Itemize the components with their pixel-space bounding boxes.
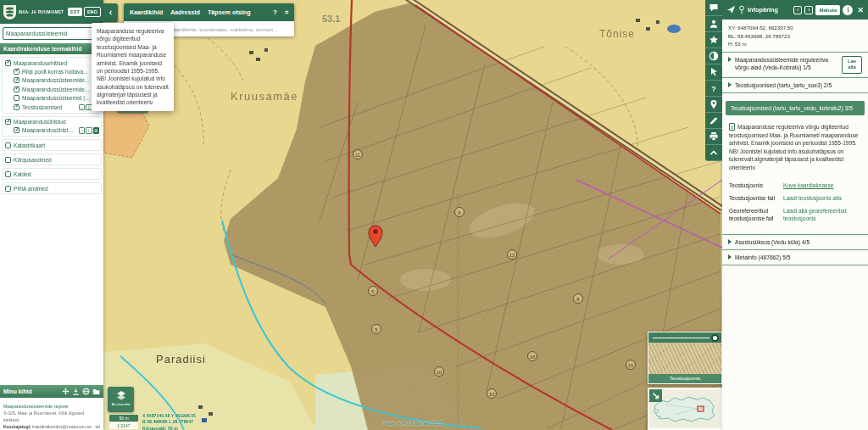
download-georef-link[interactable]: Laadi alla georefereeritud teostusjoonis — [783, 208, 861, 223]
globe-icon[interactable] — [82, 388, 90, 395]
help-icon[interactable]: ? — [273, 8, 277, 16]
svg-text:11: 11 — [355, 153, 361, 158]
next-result-button[interactable]: › — [804, 6, 813, 14]
prev-result-button[interactable]: ‹ — [793, 6, 802, 14]
slider-handle[interactable] — [711, 334, 719, 342]
app-root: 5 5 9 10 10 11 12 15 16 8 Kruusamäe Tõni… — [0, 0, 868, 430]
measure-button[interactable] — [705, 113, 722, 129]
move-icon[interactable] — [62, 388, 70, 395]
pencil-icon — [709, 115, 719, 126]
layer-row[interactable]: Maaparandusühistute teg... ~ i ⚙ — [3, 126, 101, 136]
info-panel-title: Infopäring — [748, 6, 791, 14]
result-section-5[interactable]: Metainfo (487662) 5/5 — [722, 249, 868, 265]
user-icon — [709, 19, 719, 29]
layer-row[interactable]: Maaparandussüsteemide... ~ — [3, 85, 101, 94]
basemap-button[interactable]: Aluskaardid — [108, 387, 134, 412]
checkbox-checked-icon[interactable] — [5, 119, 11, 125]
result-section-4[interactable]: Asustusüksus (Vedu küla) 4/5 — [722, 234, 868, 249]
overview-toggle-button[interactable] — [649, 389, 662, 402]
diagonal-arrow-icon — [651, 391, 660, 400]
fit-button[interactable]: Mahuta — [815, 5, 840, 15]
checkbox-checked-icon[interactable] — [14, 69, 19, 75]
svg-text:15: 15 — [628, 363, 634, 368]
menu-kaardikihid[interactable]: Kaardikihid — [130, 8, 163, 16]
user-button[interactable] — [705, 16, 722, 32]
download-plan-link[interactable]: Laadi teostusjoonis alla — [783, 195, 861, 203]
bookmarks-button[interactable] — [705, 32, 722, 48]
layer-tooltip: Maaparanduse reguleeriva võrgu digiteeri… — [92, 23, 174, 111]
layer-row[interactable]: PRIA andmed — [3, 184, 101, 193]
layer-row[interactable]: Maaparandusühistud — [3, 118, 101, 126]
sidebar-collapse-button[interactable]: ‹ — [103, 3, 118, 22]
legend-icon[interactable]: ~ — [79, 127, 86, 134]
result-section-1[interactable]: Maaparandussüsteemide reguleeriva võrgu … — [722, 52, 868, 77]
show-on-map-link[interactable]: Kuva kaardiaknasse — [783, 182, 861, 190]
coord-xy: XY: 6487094.52, 662397.50 — [728, 24, 862, 32]
result-section-3[interactable] — [722, 92, 868, 98]
layer-row-teostusjoonised[interactable]: Teostusjoonised ~ i ⚙ — [3, 103, 101, 112]
result-section-3-active[interactable]: Teostusjoonised (tartu_tartu_vedu_kobrat… — [726, 101, 865, 115]
menu-aadressid[interactable]: Aadressid — [170, 8, 200, 16]
download-icon[interactable] — [72, 388, 80, 395]
checkbox-unchecked-icon[interactable] — [5, 186, 11, 192]
identify-button[interactable] — [705, 64, 722, 81]
checkbox-checked-icon[interactable] — [14, 104, 19, 110]
legend-icon[interactable]: ~ — [79, 104, 86, 111]
menu-tapsem-otsing[interactable]: Täpsem otsing — [208, 8, 251, 16]
layer-row[interactable]: Kalded — [3, 170, 101, 178]
my-layers-title: Minu kihid — [3, 388, 59, 394]
layer-row[interactable]: Riigi poolt korras hoitava... ~ — [3, 67, 101, 76]
download-button[interactable]: Lae alla — [842, 56, 862, 74]
checkbox-unchecked-icon[interactable] — [5, 171, 11, 177]
print-button[interactable] — [705, 129, 722, 145]
layer-search-input[interactable]: Maaparandussüsteemid ✕ — [3, 27, 101, 40]
comment-icon — [709, 3, 719, 13]
help-button[interactable]: ? — [705, 81, 722, 97]
checkbox-unchecked-icon[interactable] — [5, 142, 11, 148]
locate-button[interactable] — [705, 97, 722, 113]
svg-text:10: 10 — [437, 370, 442, 375]
settings-icon-active[interactable]: ⚙ — [93, 127, 100, 134]
toolbar-menu: Kaardikihid Aadressid Täpsem otsing ? » — [124, 3, 294, 21]
feedback-button[interactable] — [705, 0, 722, 16]
map-canvas[interactable]: 5 5 9 10 10 11 12 15 16 8 Kruusamäe Tõni… — [103, 0, 722, 430]
query-coordinates: XY: 6487094.52, 662397.50 BL: 58.493698,… — [722, 20, 868, 52]
basemap-label: Aluskaardid — [108, 402, 134, 406]
result-section-2[interactable]: Teostusjoonised (tartu_tartu_soe3) 2/5 — [722, 77, 868, 92]
layer-row[interactable]: Kõrgusandmed — [3, 155, 101, 164]
layer-row[interactable]: Maaparandussüsteemid (... ~ — [3, 94, 101, 103]
contrast-button[interactable] — [705, 48, 722, 64]
checkbox-unchecked-icon[interactable] — [14, 95, 19, 101]
opacity-slider[interactable] — [648, 332, 721, 343]
checkbox-checked-icon[interactable] — [14, 127, 19, 133]
attribute-table: Teostusjoonis Kuva kaardiaknasse Teostus… — [722, 175, 868, 234]
collapse-strip-button[interactable] — [705, 145, 722, 161]
close-icon[interactable]: ✕ — [857, 6, 864, 14]
layer-row[interactable]: Maaparandussüsteemide... ~ — [3, 76, 101, 86]
info-box-icon: i — [729, 123, 735, 131]
folder-icon[interactable] — [92, 388, 100, 395]
layer-row[interactable]: Katastrikaart — [3, 141, 101, 149]
contrast-icon — [709, 51, 719, 61]
attribute-label: Teostusjoonis — [729, 182, 783, 190]
coord-bl: BL: 58.493698, 26.785723 — [728, 32, 862, 41]
layer-description: iMaaparanduse reguleeriva võrgu digiteer… — [722, 119, 868, 175]
layer-row[interactable]: Maaparandusehitised — [3, 59, 101, 67]
support-text: Kasutajatugi: kaardirakendus@maaruum.ee … — [3, 423, 100, 430]
my-layers-bar[interactable]: Minu kihid — [0, 385, 103, 398]
cursor-coordinates: X 6487140.58 Y 661996.55 B 58.496085 L 2… — [142, 413, 196, 430]
checkbox-checked-icon[interactable] — [14, 87, 19, 92]
checkbox-unchecked-icon[interactable] — [5, 157, 11, 163]
lang-eng-button[interactable]: ENG — [84, 7, 101, 17]
overview-map[interactable] — [648, 388, 722, 430]
info-icon[interactable]: i — [86, 127, 92, 134]
checkbox-checked-icon[interactable] — [14, 77, 19, 83]
attribute-label: Teostusjoonise fail — [729, 195, 783, 203]
info-circle-icon[interactable]: i — [843, 5, 853, 15]
checkbox-checked-icon[interactable] — [5, 60, 11, 66]
slider-track[interactable] — [653, 338, 709, 338]
collapse-toolbar-icon[interactable]: » — [282, 10, 291, 14]
expand-arrow-icon — [728, 57, 732, 62]
layer-label: Maaparandussüsteemide... — [22, 77, 91, 83]
lang-est-button[interactable]: EST — [68, 8, 82, 16]
